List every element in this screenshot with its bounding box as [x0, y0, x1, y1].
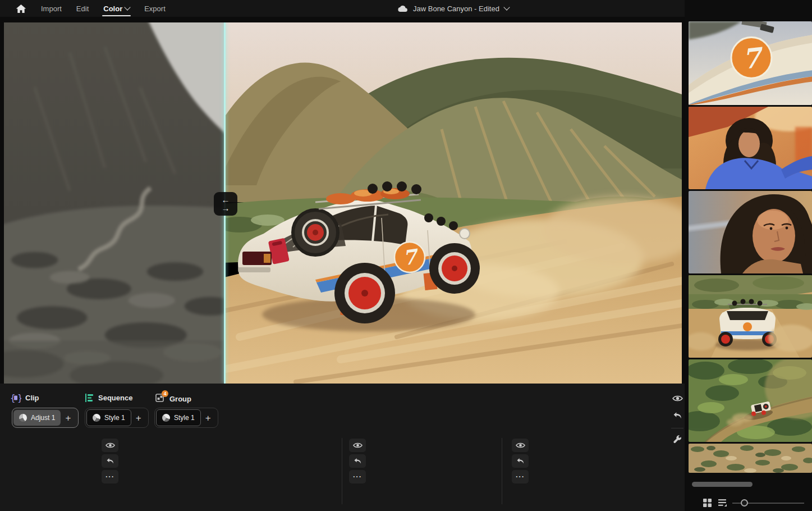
project-selector[interactable]: Jaw Bone Canyon - Edited: [397, 0, 509, 17]
detail-visibility-toggle[interactable]: [512, 439, 529, 452]
tab-clip[interactable]: { } Clip: [10, 393, 39, 403]
clip-filmstrip: 7: [685, 0, 812, 511]
style-pie-icon: [91, 412, 102, 423]
right-column-divider: [671, 428, 683, 428]
arrow-right-icon: →: [222, 204, 230, 212]
sequence-icon: [84, 393, 94, 403]
ellipsis-icon: ···: [516, 474, 525, 480]
eye-icon: [672, 395, 683, 402]
group-count-badge: 4: [162, 390, 168, 397]
basic-visibility-toggle[interactable]: [102, 439, 118, 452]
car-front-thumb-art: [689, 275, 812, 358]
active-menu-underline: [102, 15, 131, 16]
group-style-button[interactable]: Style 1: [156, 409, 201, 426]
undo-icon: [673, 412, 682, 420]
ellipsis-icon: ···: [105, 474, 114, 480]
panel-visibility-toggle[interactable]: [671, 394, 683, 403]
plane-thumb-art: 7: [689, 21, 812, 105]
undo-icon: [354, 458, 362, 465]
eye-icon: [353, 442, 363, 449]
clip-icon: { }: [10, 393, 21, 403]
panel-reset-button[interactable]: [671, 411, 683, 420]
thumbnail-desert-scrub[interactable]: [689, 444, 812, 473]
home-icon: [16, 4, 26, 13]
shift-more-options[interactable]: ···: [349, 470, 366, 483]
style-pie-icon: [160, 412, 172, 423]
add-group-style-button[interactable]: +: [201, 413, 215, 423]
thumbnail-face-closeup[interactable]: [689, 191, 812, 273]
undo-icon: [516, 458, 525, 465]
clip-preset-box: Adjust 1 +: [12, 408, 79, 428]
wrench-icon: [673, 435, 682, 444]
menu-color[interactable]: Color: [103, 0, 130, 17]
adjust-preset-button[interactable]: Adjust 1: [13, 410, 61, 426]
ellipsis-icon: ···: [353, 474, 362, 480]
filmstrip-scrollbar[interactable]: [692, 482, 753, 487]
eye-icon: [516, 442, 525, 449]
sequence-style-button[interactable]: Style 1: [86, 409, 131, 426]
sequence-preset-box: Style 1 +: [85, 408, 149, 428]
face-thumb-art: [689, 191, 812, 273]
color-grading-app: Import Edit Color Export Jaw Bone Canyon…: [0, 0, 812, 511]
group-divider: [502, 438, 502, 504]
thumbnail-woman-blue[interactable]: [689, 107, 812, 189]
ungraded-scene: [4, 22, 224, 384]
tab-sequence[interactable]: Sequence: [84, 393, 132, 403]
aerial-thumb-art: [689, 359, 812, 442]
chevron-down-icon: [125, 4, 131, 10]
chevron-down-icon: [503, 4, 510, 10]
project-name: Jaw Bone Canyon - Edited: [413, 4, 499, 13]
detail-reset-button[interactable]: [512, 454, 529, 468]
thumbnail-plane[interactable]: 7: [689, 21, 812, 105]
menu-edit[interactable]: Edit: [76, 0, 89, 17]
add-sequence-style-button[interactable]: +: [131, 413, 146, 423]
ungraded-half: [4, 22, 224, 384]
eye-icon: [105, 442, 115, 449]
undo-icon: [106, 458, 114, 465]
shift-visibility-toggle[interactable]: [349, 439, 366, 452]
basic-more-options[interactable]: ···: [102, 470, 118, 483]
home-button[interactable]: [16, 4, 26, 13]
basic-reset-button[interactable]: [102, 454, 118, 468]
thumbnail-car-front[interactable]: [689, 275, 812, 358]
svg-text:}: }: [17, 393, 21, 403]
shift-reset-button[interactable]: [349, 454, 366, 468]
menu-export[interactable]: Export: [144, 0, 166, 17]
scrub-thumb-art: [689, 444, 812, 473]
advanced-tools-button[interactable]: [671, 434, 683, 444]
arrow-left-icon: ←: [222, 195, 230, 204]
group-divider: [342, 438, 342, 504]
list-view-icon[interactable]: [718, 499, 727, 509]
grid-view-icon[interactable]: [703, 499, 712, 509]
thumbnail-size-slider-knob[interactable]: [741, 499, 748, 507]
compare-split-handle[interactable]: ← →: [214, 192, 237, 216]
group-preset-box: Style 1 +: [154, 408, 218, 428]
woman-thumb-art: [689, 107, 812, 189]
add-adjust-button[interactable]: +: [61, 413, 75, 423]
adjust-pie-icon: [19, 414, 27, 422]
program-monitor[interactable]: 7: [4, 22, 682, 384]
color-controls-panel: { } Clip Sequence 4: [0, 384, 685, 511]
menu-import[interactable]: Import: [41, 0, 62, 17]
tab-group[interactable]: 4 Group: [155, 393, 191, 405]
cloud-icon: [397, 5, 408, 12]
thumbnail-car-aerial[interactable]: [689, 359, 812, 442]
detail-more-options[interactable]: ···: [512, 470, 529, 483]
